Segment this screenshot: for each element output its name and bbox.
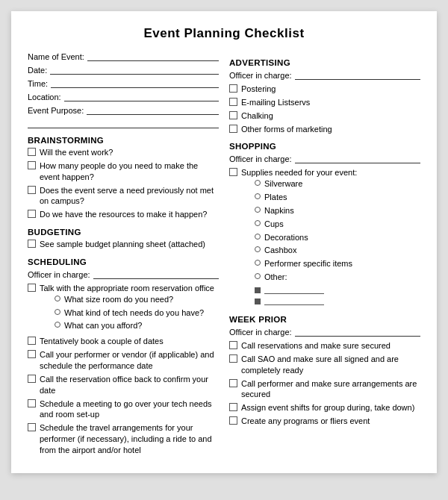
list-item: See sample budget planning sheet (attach… <box>28 239 219 250</box>
item-text: Schedule a meeting to go over your tech … <box>40 399 219 421</box>
checkbox[interactable] <box>28 375 36 383</box>
scheduling-list: Talk with the appropriate room reservati… <box>28 283 219 456</box>
circle-icon <box>255 234 261 240</box>
list-item: Silverware <box>255 178 357 190</box>
left-column: Name of Event: Date: Time: Location: Eve… <box>28 51 219 458</box>
checkbox[interactable] <box>229 111 237 119</box>
checkbox[interactable] <box>229 125 237 133</box>
name-field[interactable] <box>87 51 219 61</box>
circle-icon <box>55 309 60 315</box>
purpose-label: Event Purpose: <box>28 106 84 115</box>
location-field[interactable] <box>64 91 219 101</box>
checkbox[interactable] <box>28 148 36 156</box>
scheduling-officer-field[interactable] <box>93 269 219 279</box>
item-text: Call the reservation office back to conf… <box>40 374 219 396</box>
list-item: Supplies needed for your event: Silverwa… <box>229 167 420 307</box>
list-item: Cashbox <box>255 245 357 256</box>
right-column: ADVERTISING Officer in charge: Postering… <box>229 51 420 458</box>
list-item: E-mailing Listservs <box>229 97 420 108</box>
bullet-icon <box>255 287 261 293</box>
list-item: Other forms of marketing <box>229 124 420 135</box>
checkbox[interactable] <box>229 168 237 176</box>
location-label: Location: <box>28 93 61 101</box>
item-text: What kind of tech needs do you have? <box>64 307 204 319</box>
list-item: What kind of tech needs do you have? <box>55 307 214 319</box>
time-field[interactable] <box>51 78 219 88</box>
checkbox[interactable] <box>28 337 36 345</box>
budgeting-title: BUDGETING <box>28 228 219 237</box>
list-item: Does the event serve a need previously n… <box>28 185 219 207</box>
advertising-officer-field[interactable] <box>295 69 420 80</box>
list-item: Schedule the travel arrangements for you… <box>28 422 219 456</box>
shopping-officer-row: Officer in charge: <box>229 153 420 163</box>
item-text: Do we have the resources to make it happ… <box>40 209 207 220</box>
list-item: How many people do you need to make the … <box>28 160 219 183</box>
item-text: E-mailing Listservs <box>241 97 310 108</box>
checkbox[interactable] <box>229 341 237 349</box>
purpose-field[interactable] <box>87 104 219 115</box>
list-item: Napkins <box>255 205 357 216</box>
checkbox[interactable] <box>28 210 36 218</box>
time-label: Time: <box>28 79 48 88</box>
checkbox[interactable] <box>229 84 237 93</box>
advertising-officer-row: Officer in charge: <box>229 69 420 80</box>
checkbox[interactable] <box>28 240 36 248</box>
checkbox[interactable] <box>28 284 36 292</box>
item-text: Performer specific items <box>264 258 352 269</box>
list-item: What size room do you need? <box>55 294 214 305</box>
scheduling-title: SCHEDULING <box>28 257 219 266</box>
blank-line[interactable] <box>264 296 324 305</box>
item-text: Tentatively book a couple of dates <box>40 336 164 347</box>
date-label: Date: <box>28 66 47 75</box>
page: Event Planning Checklist Name of Event: … <box>11 11 437 473</box>
item-text: What can you afford? <box>64 320 142 331</box>
checkbox[interactable] <box>28 186 36 194</box>
checkbox[interactable] <box>229 416 237 425</box>
checkbox[interactable] <box>28 161 36 169</box>
week-prior-officer-field[interactable] <box>295 326 420 337</box>
event-fields: Name of Event: Date: Time: Location: Eve… <box>28 51 219 128</box>
list-item: Plates <box>255 192 357 203</box>
checkbox[interactable] <box>229 403 237 411</box>
shopping-officer-label: Officer in charge: <box>229 154 292 163</box>
item-text: Supplies needed for your event: <box>241 168 357 177</box>
date-field[interactable] <box>50 64 219 75</box>
checkbox[interactable] <box>28 350 36 358</box>
list-item: Call your performer or vendor (if applic… <box>28 349 219 372</box>
list-item: Cups <box>255 219 357 230</box>
item-text: Decorations <box>264 232 308 243</box>
circle-icon <box>255 180 261 186</box>
blank-line[interactable] <box>264 285 324 294</box>
bullet-icon <box>255 299 261 304</box>
checkbox[interactable] <box>229 379 237 387</box>
circle-icon <box>255 260 261 266</box>
shopping-list: Supplies needed for your event: Silverwa… <box>229 167 420 307</box>
circle-icon <box>255 220 261 226</box>
item-text: Cashbox <box>264 245 296 256</box>
item-text: Call performer and make sure arrangement… <box>241 378 420 401</box>
list-item: Tentatively book a couple of dates <box>28 336 219 347</box>
circle-icon <box>255 193 261 199</box>
checkbox[interactable] <box>229 98 237 106</box>
checkbox[interactable] <box>28 423 36 431</box>
list-item: Call reservations and make sure secured <box>229 340 420 351</box>
list-item: Other: <box>255 272 357 283</box>
item-text: How many people do you need to make the … <box>40 160 219 183</box>
list-item <box>255 285 357 294</box>
item-text: Call your performer or vendor (if applic… <box>40 349 219 372</box>
scheduling-sub-list: What size room do you need? What kind of… <box>55 294 214 332</box>
purpose-extra-line[interactable] <box>28 118 219 128</box>
list-item: Schedule a meeting to go over your tech … <box>28 399 219 421</box>
checkbox[interactable] <box>28 399 36 407</box>
brainstorming-list: Will the event work? How many people do … <box>28 147 219 220</box>
item-text: Schedule the travel arrangements for you… <box>40 422 219 456</box>
item-text: Create any programs or fliers event <box>241 416 370 427</box>
checkbox[interactable] <box>229 354 237 363</box>
circle-icon <box>255 246 261 252</box>
advertising-list: Postering E-mailing Listservs Chalking O… <box>229 84 420 134</box>
list-item: Do we have the resources to make it happ… <box>28 209 219 220</box>
item-text: What size room do you need? <box>64 294 173 305</box>
circle-icon <box>55 322 60 328</box>
shopping-officer-field[interactable] <box>295 153 420 163</box>
advertising-officer-label: Officer in charge: <box>229 71 292 80</box>
